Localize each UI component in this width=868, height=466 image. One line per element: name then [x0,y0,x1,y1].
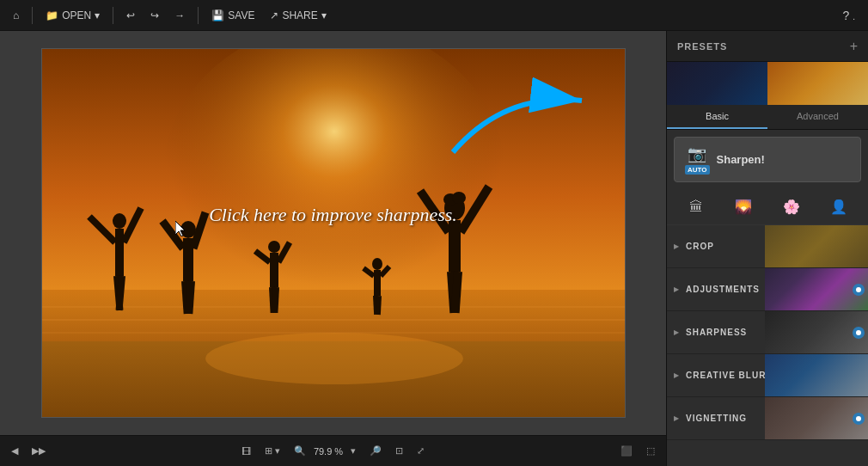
landscape-icon-button[interactable]: 🌄 [722,193,767,221]
sharpen-label: Sharpen! [717,153,765,166]
camera-icon: 📷 [688,144,706,163]
grid-arrow-icon: ▾ [275,445,280,457]
thumbnail-1[interactable] [667,62,767,105]
crop-label: CROP [686,242,868,251]
photo-canvas[interactable]: Click here to improve sharpness. [41,48,626,418]
filmstrip-button[interactable]: 🎞 [237,445,255,458]
left-arrow-icon: ◀ [11,445,18,457]
sharpness-badge [853,327,865,339]
canvas-area: Click here to improve sharpness. ◀ ▶▶ 🎞 [0,31,666,466]
flower-icon-button[interactable]: 🌸 [769,193,814,221]
fit-button[interactable]: ⊡ [391,444,407,458]
compare-button[interactable]: ⬚ [642,444,659,458]
help-button[interactable]: ? . [837,6,861,25]
sharpness-arrow-icon: ▶ [667,328,686,336]
right-panel: PRESETS + Basic Advanced 📷 AUTO Sharpen! [666,31,868,466]
right-arrow-button[interactable]: ▶▶ [28,444,50,458]
separator-3 [198,7,199,24]
vignetting-badge-dot [856,416,861,421]
zoom-in-icon: 🔎 [370,445,382,457]
sharpness-section[interactable]: ▶ SHARPNESS [667,311,868,354]
grid-icon: ⊞ [265,445,272,457]
zoom-arrow-icon: ▾ [351,445,356,457]
tab-basic[interactable]: Basic [667,105,767,129]
share-button[interactable]: ↗ SHARE ▾ [264,7,332,24]
thumbnail-2[interactable] [767,62,868,105]
home-icon: ⌂ [13,9,19,21]
vignetting-badge [853,413,865,425]
top-toolbar: ⌂ 📁 OPEN ▾ ↩ ↪ → 💾 SAVE ↗ SHARE ▾ ? . [0,0,868,31]
open-arrow-icon: ▾ [95,9,100,21]
zoom-value: 79.9 % [314,446,343,457]
zoom-out-button[interactable]: 🔍 [290,444,310,458]
thumbnail-strip [667,62,868,105]
fullscreen-icon: ⤢ [417,445,425,457]
open-button[interactable]: 📁 OPEN ▾ [40,7,106,24]
svg-point-33 [372,258,382,270]
crop-section[interactable]: ▶ CROP [667,225,868,268]
filmstrip-icon: 🎞 [241,446,251,457]
vignetting-arrow-icon: ▶ [667,414,686,422]
zoom-dropdown-button[interactable]: ▾ [346,444,360,458]
zoom-display: 🔍 79.9 % ▾ [290,444,360,458]
redo-back-icon: ↪ [150,9,159,21]
redo-back-button[interactable]: ↪ [144,7,165,24]
panel-tabs: Basic Advanced [667,105,868,130]
grid-button[interactable]: ⊞ ▾ [260,444,284,458]
svg-point-7 [113,213,126,229]
adjustments-label: ADJUSTMENTS [686,285,853,294]
creative-blur-arrow-icon: ▶ [667,371,686,379]
fullscreen-button[interactable]: ⤢ [413,444,429,458]
export-button[interactable]: ⬛ [616,444,637,458]
auto-badge: AUTO [685,165,710,175]
main-area: Click here to improve sharpness. ◀ ▶▶ 🎞 [0,31,868,466]
svg-rect-8 [115,229,124,276]
fit-icon: ⊡ [395,445,403,457]
creative-blur-section[interactable]: ▶ CREATIVE BLUR [667,354,868,397]
add-preset-button[interactable]: + [850,40,858,53]
export-icon: ⬛ [620,445,633,457]
sharpen-button[interactable]: 📷 AUTO Sharpen! [674,137,861,182]
share-label: SHARE [282,9,317,21]
open-label: OPEN [62,9,91,21]
save-label: SAVE [228,9,254,21]
canvas-wrapper[interactable]: Click here to improve sharpness. [0,31,666,435]
undo-button[interactable]: ↩ [120,7,141,24]
sharpness-badge-dot [856,330,861,335]
adjustments-section[interactable]: ▶ ADJUSTMENTS [667,268,868,311]
person-icon: 👤 [830,199,847,215]
separator-2 [113,7,113,24]
panel-header: PRESETS + [667,31,868,62]
presets-label: PRESETS [677,41,727,52]
beach-scene-svg [42,49,626,418]
zoom-in-button[interactable]: 🔎 [365,444,386,458]
vignetting-label: VIGNETTING [686,414,853,423]
folder-icon: 📁 [46,9,58,21]
flower-icon: 🌸 [783,199,800,215]
save-button[interactable]: 💾 SAVE [205,7,260,24]
landscape-icon: 🌄 [735,199,752,215]
creative-blur-label: CREATIVE BLUR [686,371,868,380]
building-icon: 🏛 [689,199,703,215]
svg-rect-20 [270,253,278,287]
compare-icon: ⬚ [646,445,655,457]
icon-row: 🏛 🌄 🌸 👤 [667,189,868,225]
separator-1 [32,7,33,24]
redo-fwd-button[interactable]: → [168,7,191,24]
left-arrow-button[interactable]: ◀ [7,444,22,458]
help-icon: ? [843,9,850,22]
person-icon-button[interactable]: 👤 [817,193,862,221]
save-icon: 💾 [211,9,224,21]
sharpness-label: SHARPNESS [686,328,853,337]
share-icon: ↗ [270,9,278,21]
share-arrow-icon: ▾ [321,9,327,21]
building-icon-button[interactable]: 🏛 [674,193,718,221]
bottom-bar: ◀ ▶▶ 🎞 ⊞ ▾ 🔍 79.9 % ▾ [0,435,666,466]
home-button[interactable]: ⌂ [7,7,25,24]
help-dot: . [853,12,855,21]
tab-advanced[interactable]: Advanced [767,105,868,129]
zoom-out-icon: 🔍 [294,445,306,457]
vignetting-section[interactable]: ▶ VIGNETTING [667,397,868,440]
svg-point-27 [452,192,466,204]
right-arrow-icon: ▶▶ [32,445,46,457]
